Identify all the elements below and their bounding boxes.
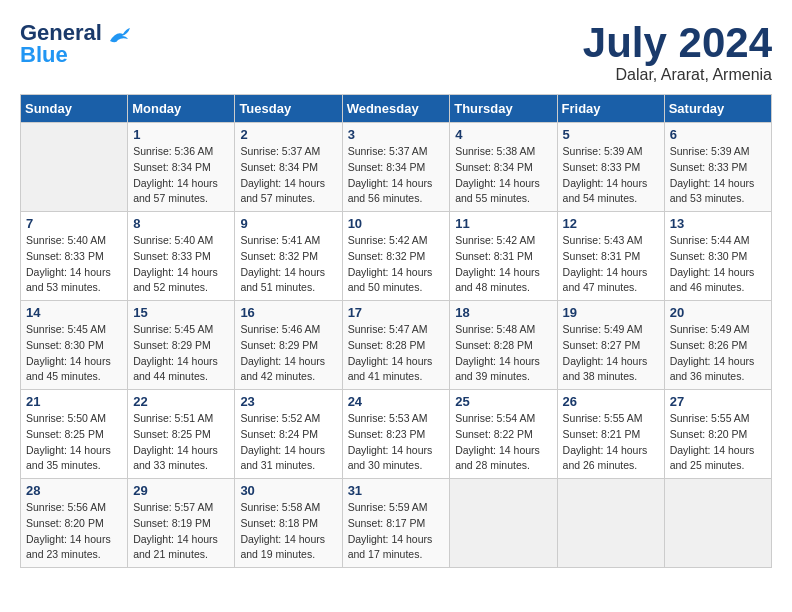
weekday-header-sunday: Sunday bbox=[21, 95, 128, 123]
day-info: Sunrise: 5:36 AM Sunset: 8:34 PM Dayligh… bbox=[133, 144, 229, 207]
calendar-cell: 2Sunrise: 5:37 AM Sunset: 8:34 PM Daylig… bbox=[235, 123, 342, 212]
day-info: Sunrise: 5:40 AM Sunset: 8:33 PM Dayligh… bbox=[133, 233, 229, 296]
calendar-cell: 30Sunrise: 5:58 AM Sunset: 8:18 PM Dayli… bbox=[235, 479, 342, 568]
day-info: Sunrise: 5:46 AM Sunset: 8:29 PM Dayligh… bbox=[240, 322, 336, 385]
calendar-week-row: 28Sunrise: 5:56 AM Sunset: 8:20 PM Dayli… bbox=[21, 479, 772, 568]
day-number: 11 bbox=[455, 216, 551, 231]
day-info: Sunrise: 5:48 AM Sunset: 8:28 PM Dayligh… bbox=[455, 322, 551, 385]
calendar-cell: 21Sunrise: 5:50 AM Sunset: 8:25 PM Dayli… bbox=[21, 390, 128, 479]
day-info: Sunrise: 5:49 AM Sunset: 8:27 PM Dayligh… bbox=[563, 322, 659, 385]
calendar-cell: 23Sunrise: 5:52 AM Sunset: 8:24 PM Dayli… bbox=[235, 390, 342, 479]
weekday-header-row: SundayMondayTuesdayWednesdayThursdayFrid… bbox=[21, 95, 772, 123]
calendar-cell bbox=[664, 479, 771, 568]
day-number: 30 bbox=[240, 483, 336, 498]
day-info: Sunrise: 5:40 AM Sunset: 8:33 PM Dayligh… bbox=[26, 233, 122, 296]
calendar-cell: 6Sunrise: 5:39 AM Sunset: 8:33 PM Daylig… bbox=[664, 123, 771, 212]
weekday-header-wednesday: Wednesday bbox=[342, 95, 450, 123]
day-info: Sunrise: 5:45 AM Sunset: 8:29 PM Dayligh… bbox=[133, 322, 229, 385]
month-title: July 2024 bbox=[583, 20, 772, 66]
day-number: 19 bbox=[563, 305, 659, 320]
day-info: Sunrise: 5:58 AM Sunset: 8:18 PM Dayligh… bbox=[240, 500, 336, 563]
calendar-cell: 5Sunrise: 5:39 AM Sunset: 8:33 PM Daylig… bbox=[557, 123, 664, 212]
day-info: Sunrise: 5:42 AM Sunset: 8:31 PM Dayligh… bbox=[455, 233, 551, 296]
day-number: 29 bbox=[133, 483, 229, 498]
calendar-cell: 17Sunrise: 5:47 AM Sunset: 8:28 PM Dayli… bbox=[342, 301, 450, 390]
calendar-cell: 9Sunrise: 5:41 AM Sunset: 8:32 PM Daylig… bbox=[235, 212, 342, 301]
day-info: Sunrise: 5:55 AM Sunset: 8:21 PM Dayligh… bbox=[563, 411, 659, 474]
calendar-cell: 11Sunrise: 5:42 AM Sunset: 8:31 PM Dayli… bbox=[450, 212, 557, 301]
location-title: Dalar, Ararat, Armenia bbox=[583, 66, 772, 84]
calendar-cell: 12Sunrise: 5:43 AM Sunset: 8:31 PM Dayli… bbox=[557, 212, 664, 301]
day-number: 8 bbox=[133, 216, 229, 231]
day-number: 18 bbox=[455, 305, 551, 320]
calendar-cell: 24Sunrise: 5:53 AM Sunset: 8:23 PM Dayli… bbox=[342, 390, 450, 479]
day-number: 15 bbox=[133, 305, 229, 320]
calendar-cell: 1Sunrise: 5:36 AM Sunset: 8:34 PM Daylig… bbox=[128, 123, 235, 212]
day-info: Sunrise: 5:59 AM Sunset: 8:17 PM Dayligh… bbox=[348, 500, 445, 563]
weekday-header-monday: Monday bbox=[128, 95, 235, 123]
day-number: 6 bbox=[670, 127, 766, 142]
calendar-cell: 20Sunrise: 5:49 AM Sunset: 8:26 PM Dayli… bbox=[664, 301, 771, 390]
day-number: 21 bbox=[26, 394, 122, 409]
day-info: Sunrise: 5:57 AM Sunset: 8:19 PM Dayligh… bbox=[133, 500, 229, 563]
calendar-cell: 15Sunrise: 5:45 AM Sunset: 8:29 PM Dayli… bbox=[128, 301, 235, 390]
day-number: 24 bbox=[348, 394, 445, 409]
calendar-cell: 29Sunrise: 5:57 AM Sunset: 8:19 PM Dayli… bbox=[128, 479, 235, 568]
calendar-cell: 4Sunrise: 5:38 AM Sunset: 8:34 PM Daylig… bbox=[450, 123, 557, 212]
calendar-cell: 7Sunrise: 5:40 AM Sunset: 8:33 PM Daylig… bbox=[21, 212, 128, 301]
calendar-cell: 27Sunrise: 5:55 AM Sunset: 8:20 PM Dayli… bbox=[664, 390, 771, 479]
day-info: Sunrise: 5:52 AM Sunset: 8:24 PM Dayligh… bbox=[240, 411, 336, 474]
calendar-cell: 26Sunrise: 5:55 AM Sunset: 8:21 PM Dayli… bbox=[557, 390, 664, 479]
day-number: 14 bbox=[26, 305, 122, 320]
day-number: 16 bbox=[240, 305, 336, 320]
calendar-cell bbox=[450, 479, 557, 568]
calendar-cell: 16Sunrise: 5:46 AM Sunset: 8:29 PM Dayli… bbox=[235, 301, 342, 390]
day-info: Sunrise: 5:39 AM Sunset: 8:33 PM Dayligh… bbox=[670, 144, 766, 207]
calendar-table: SundayMondayTuesdayWednesdayThursdayFrid… bbox=[20, 94, 772, 568]
day-info: Sunrise: 5:44 AM Sunset: 8:30 PM Dayligh… bbox=[670, 233, 766, 296]
day-number: 27 bbox=[670, 394, 766, 409]
day-number: 20 bbox=[670, 305, 766, 320]
calendar-cell: 31Sunrise: 5:59 AM Sunset: 8:17 PM Dayli… bbox=[342, 479, 450, 568]
day-info: Sunrise: 5:42 AM Sunset: 8:32 PM Dayligh… bbox=[348, 233, 445, 296]
weekday-header-friday: Friday bbox=[557, 95, 664, 123]
day-number: 25 bbox=[455, 394, 551, 409]
title-area: July 2024 Dalar, Ararat, Armenia bbox=[583, 20, 772, 84]
day-info: Sunrise: 5:38 AM Sunset: 8:34 PM Dayligh… bbox=[455, 144, 551, 207]
day-number: 31 bbox=[348, 483, 445, 498]
day-info: Sunrise: 5:37 AM Sunset: 8:34 PM Dayligh… bbox=[348, 144, 445, 207]
day-info: Sunrise: 5:45 AM Sunset: 8:30 PM Dayligh… bbox=[26, 322, 122, 385]
logo-general: General bbox=[20, 20, 102, 45]
day-number: 22 bbox=[133, 394, 229, 409]
day-number: 9 bbox=[240, 216, 336, 231]
day-info: Sunrise: 5:56 AM Sunset: 8:20 PM Dayligh… bbox=[26, 500, 122, 563]
day-number: 7 bbox=[26, 216, 122, 231]
calendar-week-row: 21Sunrise: 5:50 AM Sunset: 8:25 PM Dayli… bbox=[21, 390, 772, 479]
logo: General Blue bbox=[20, 20, 130, 68]
calendar-cell: 14Sunrise: 5:45 AM Sunset: 8:30 PM Dayli… bbox=[21, 301, 128, 390]
day-info: Sunrise: 5:49 AM Sunset: 8:26 PM Dayligh… bbox=[670, 322, 766, 385]
day-info: Sunrise: 5:43 AM Sunset: 8:31 PM Dayligh… bbox=[563, 233, 659, 296]
weekday-header-thursday: Thursday bbox=[450, 95, 557, 123]
day-number: 17 bbox=[348, 305, 445, 320]
header: General Blue July 2024 Dalar, Ararat, Ar… bbox=[20, 20, 772, 84]
calendar-cell: 28Sunrise: 5:56 AM Sunset: 8:20 PM Dayli… bbox=[21, 479, 128, 568]
calendar-cell: 3Sunrise: 5:37 AM Sunset: 8:34 PM Daylig… bbox=[342, 123, 450, 212]
calendar-week-row: 14Sunrise: 5:45 AM Sunset: 8:30 PM Dayli… bbox=[21, 301, 772, 390]
day-info: Sunrise: 5:53 AM Sunset: 8:23 PM Dayligh… bbox=[348, 411, 445, 474]
calendar-cell: 13Sunrise: 5:44 AM Sunset: 8:30 PM Dayli… bbox=[664, 212, 771, 301]
calendar-week-row: 1Sunrise: 5:36 AM Sunset: 8:34 PM Daylig… bbox=[21, 123, 772, 212]
day-number: 4 bbox=[455, 127, 551, 142]
day-info: Sunrise: 5:55 AM Sunset: 8:20 PM Dayligh… bbox=[670, 411, 766, 474]
day-number: 13 bbox=[670, 216, 766, 231]
day-number: 26 bbox=[563, 394, 659, 409]
calendar-cell: 22Sunrise: 5:51 AM Sunset: 8:25 PM Dayli… bbox=[128, 390, 235, 479]
weekday-header-saturday: Saturday bbox=[664, 95, 771, 123]
day-number: 1 bbox=[133, 127, 229, 142]
calendar-cell: 19Sunrise: 5:49 AM Sunset: 8:27 PM Dayli… bbox=[557, 301, 664, 390]
calendar-cell bbox=[557, 479, 664, 568]
day-info: Sunrise: 5:50 AM Sunset: 8:25 PM Dayligh… bbox=[26, 411, 122, 474]
calendar-week-row: 7Sunrise: 5:40 AM Sunset: 8:33 PM Daylig… bbox=[21, 212, 772, 301]
calendar-cell: 8Sunrise: 5:40 AM Sunset: 8:33 PM Daylig… bbox=[128, 212, 235, 301]
day-info: Sunrise: 5:41 AM Sunset: 8:32 PM Dayligh… bbox=[240, 233, 336, 296]
